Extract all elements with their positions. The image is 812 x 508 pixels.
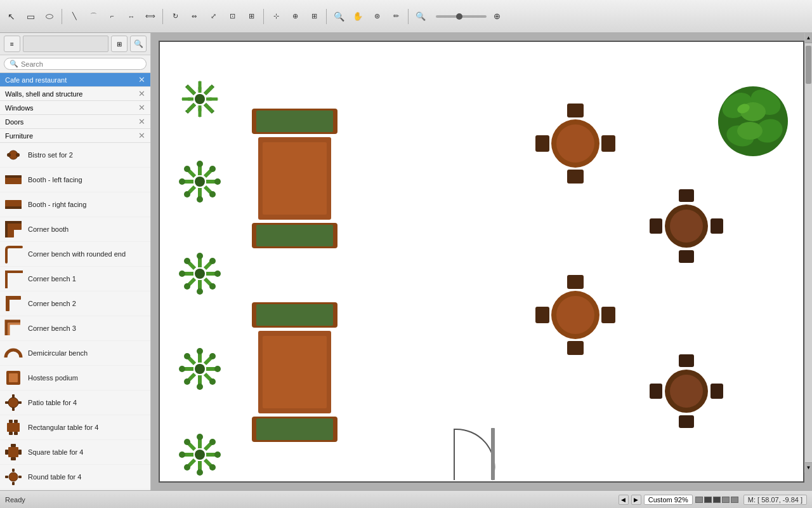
furniture-square-table-4[interactable]: Square table for 4 [0,440,150,465]
dimension-tool[interactable]: ⟺ [141,8,159,25]
flip-tool[interactable]: ⇔ [185,8,203,25]
svg-rect-25 [8,447,18,457]
line-tool[interactable]: ╲ [65,8,83,25]
furniture-corner-bench-rounded[interactable]: Corner bench with rounded end [0,242,150,267]
sidebar-list-view-btn[interactable]: ≡ [4,36,20,52]
category-doors-close[interactable]: ✕ [138,117,145,126]
svg-rect-26 [11,444,16,447]
svg-point-101 [179,366,185,372]
category-windows[interactable]: Windows ✕ [0,101,150,115]
round-table-set-1[interactable] [534,102,617,187]
sidebar-search-btn[interactable]: 🔍 [130,36,147,52]
zoom-ind-3 [713,497,721,503]
svg-point-88 [184,283,190,290]
rectangular-table-4-icon [4,418,23,437]
canvas-vertical-scrollbar[interactable]: ▲ ▼ [804,33,812,472]
status-bar: Ready ◀ ▶ Custom 92% M: [ 58.07, -9.84 ] [0,490,812,508]
svg-rect-16 [12,394,15,398]
category-windows-close[interactable]: ✕ [138,103,145,112]
snap-point-tool[interactable]: ⊕ [286,8,304,25]
scale-tool[interactable]: ⊡ [223,8,241,25]
furniture-demicircular-bench[interactable]: Demicircular bench [0,341,150,366]
pan-tool[interactable]: ✋ [349,8,367,25]
rectangle-tool[interactable]: ▭ [22,8,39,25]
furniture-corner-bench-3[interactable]: Corner bench 3 [0,316,150,341]
booth-canvas-2[interactable] [249,299,341,447]
zoom-slider-thumb[interactable] [456,13,462,20]
svg-point-147 [670,210,703,243]
furniture-round-table-4[interactable]: Round table for 4 [0,465,150,490]
round-table-4-label: Round table for 4 [28,473,81,481]
zoom-slider[interactable] [436,15,487,18]
category-walls-close[interactable]: ✕ [138,89,145,98]
select-tool[interactable]: ↖ [3,8,20,25]
svg-rect-14 [9,373,18,382]
3d-tool[interactable]: ✏ [387,8,405,25]
svg-rect-23 [9,432,13,435]
category-walls[interactable]: Walls, shell and structure ✕ [0,87,150,101]
zoom-slider-area [436,15,487,18]
search-input-wrap[interactable]: 🔍 [4,58,147,70]
search-input[interactable] [21,60,141,68]
svg-rect-138 [535,135,549,152]
svg-rect-18 [5,401,9,404]
ellipse-tool[interactable]: ⬭ [41,8,58,25]
furniture-corner-booth[interactable]: Corner booth [0,217,150,242]
category-cafe[interactable]: Cafe and restaurant ✕ [0,73,150,87]
svg-point-2 [16,153,20,157]
round-table-set-4[interactable] [648,353,724,431]
svg-rect-22 [14,420,18,423]
mirror-tool[interactable]: ⤢ [204,8,222,25]
group-tool[interactable]: ⊞ [242,8,260,25]
rotate-tool[interactable]: ↻ [166,8,184,25]
measure-tool[interactable]: ↔ [122,8,140,25]
zoom-scroll-right[interactable]: ▶ [631,495,641,505]
scrollbar-down-btn[interactable]: ▼ [805,462,812,472]
align-tool[interactable]: ⊞ [305,8,323,25]
furniture-hostess-podium[interactable]: Hostess podium [0,366,150,391]
svg-rect-24 [14,432,18,435]
furniture-rectangular-table-4[interactable]: Rectangular table for 4 [0,415,150,440]
svg-point-71 [184,191,190,197]
round-table-set-2[interactable] [648,188,724,266]
canvas[interactable] [159,41,804,483]
category-cafe-label: Cafe and restaurant [5,76,138,84]
arc-tool[interactable]: ⌒ [84,8,102,25]
svg-point-83 [197,288,203,295]
round-table-set-3[interactable] [534,274,617,358]
scrollbar-thumb-v[interactable] [806,46,811,84]
furniture-patio-table-4[interactable]: Patio table for 4 [0,391,150,415]
svg-rect-34 [18,476,22,478]
zoom-in-tool[interactable]: 🔍 [330,8,348,25]
svg-rect-131 [256,304,333,326]
zoom-out-btn[interactable]: 🔍 [412,8,429,25]
corner-booth-label: Corner booth [28,225,69,233]
furniture-corner-bench-1[interactable]: Corner bench 1 [0,267,150,291]
corner-bench-rounded-icon [4,244,23,264]
furniture-corner-bench-2[interactable]: Corner bench 2 [0,291,150,316]
svg-rect-6 [5,206,22,209]
svg-rect-21 [9,420,13,423]
zoom-level-label[interactable]: Custom 92% [644,495,693,505]
booth-canvas-1[interactable] [249,105,341,253]
scrollbar-up-btn[interactable]: ▲ [805,33,812,43]
hostess-podium-icon [4,368,23,387]
category-furniture[interactable]: Furniture ✕ [0,129,150,143]
svg-point-119 [214,451,221,458]
furniture-booth-left[interactable]: Booth - left facing [0,168,150,192]
zoom-in-btn[interactable]: ⊕ [488,8,506,25]
furniture-bistro-set-2[interactable]: Bistro set for 2 [0,143,150,168]
furniture-booth-right[interactable]: Booth - right facing [0,192,150,217]
snap-grid-tool[interactable]: ⊹ [267,8,285,25]
polyline-tool[interactable]: ⌐ [103,8,121,25]
canvas-area[interactable]: ▲ ▼ [151,33,812,490]
category-cafe-close[interactable]: ✕ [138,75,145,84]
furniture-corner-counter[interactable]: Corner counter [0,490,150,490]
sidebar-grid-view-btn[interactable]: ⊞ [111,36,128,52]
orbit-tool[interactable]: ⊛ [368,8,386,25]
svg-rect-148 [567,275,584,289]
category-furniture-close[interactable]: ✕ [138,131,145,140]
category-doors[interactable]: Doors ✕ [0,115,150,129]
zoom-scroll-left[interactable]: ◀ [619,495,629,505]
svg-point-30 [9,472,18,481]
